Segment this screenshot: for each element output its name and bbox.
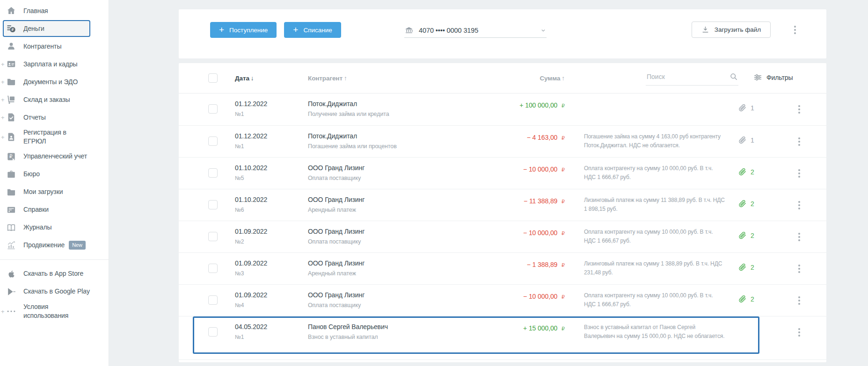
row-kebab-icon[interactable] <box>795 231 803 243</box>
row-operation: Оплата поставщику <box>308 238 365 245</box>
table-row[interactable]: 01.12.2022 №1 Поток.Диджитал Получение з… <box>179 93 826 125</box>
paperclip-icon <box>738 200 746 208</box>
plus-icon: + <box>219 25 224 34</box>
sidebar-item-label: Регистрация в ЕГРЮЛ <box>23 128 66 146</box>
sidebar-item-salary[interactable]: + Зарплата и кадры <box>0 55 109 73</box>
folder-icon <box>6 77 16 87</box>
row-attachments[interactable]: 2 <box>738 231 754 239</box>
search-icon[interactable] <box>729 72 738 81</box>
row-amount: − 10 000,00 <box>523 293 557 300</box>
sidebar-item-documents[interactable]: + Документы и ЭДО <box>0 73 109 91</box>
download-icon <box>701 26 709 34</box>
upload-file-label: Загрузить файл <box>715 26 761 33</box>
row-number: №4 <box>235 302 267 309</box>
paperclip-icon <box>738 231 746 239</box>
income-button-label: Поступление <box>229 27 268 34</box>
writeoff-button[interactable]: + Списание <box>284 22 341 38</box>
row-description: Оплата контрагенту на сумму 10 000,00 ру… <box>584 228 725 245</box>
select-all-checkbox[interactable] <box>208 73 218 83</box>
sidebar-item-certificates[interactable]: Справки <box>0 201 109 219</box>
row-amount: − 1 388,89 <box>527 261 558 268</box>
table-row[interactable]: 01.10.2022 №5 ООО Гранд Лизинг Оплата по… <box>179 157 826 189</box>
row-checkbox[interactable] <box>208 232 218 241</box>
row-checkbox[interactable] <box>208 264 218 273</box>
column-header-amount[interactable]: Сумма↑ <box>540 75 565 82</box>
row-attachments[interactable]: 2 <box>738 200 754 208</box>
sidebar-item-label: Бюро <box>23 170 40 179</box>
apple-icon <box>6 269 16 279</box>
sidebar-item-app-store[interactable]: Скачать в App Store <box>0 265 109 283</box>
expand-plus-icon: + <box>1 61 5 68</box>
row-description: Лизинговый платеж на сумму 11 388,89 руб… <box>584 196 725 213</box>
sort-asc-icon: ↑ <box>344 75 347 82</box>
sidebar-item-egrul[interactable]: + Регистрация в ЕГРЮЛ <box>0 126 109 148</box>
row-attachments[interactable]: 1 <box>738 104 754 112</box>
toolbar-kebab-icon[interactable] <box>791 24 799 36</box>
sidebar-item-management[interactable]: ₽ Управленческий учет <box>0 148 109 165</box>
row-kebab-icon[interactable] <box>795 168 803 179</box>
income-button[interactable]: + Поступление <box>210 22 277 38</box>
row-kebab-icon[interactable] <box>795 200 803 211</box>
row-number: №1 <box>235 143 267 150</box>
sidebar: Главная ₽ Деньги Контрагенты + Зарплата … <box>0 0 109 366</box>
upload-file-button[interactable]: Загрузить файл <box>692 22 771 38</box>
sidebar-item-label: Контрагенты <box>23 42 61 51</box>
column-header-date[interactable]: Дата↓ <box>235 75 254 82</box>
row-kebab-icon[interactable] <box>795 263 803 274</box>
expand-plus-icon: + <box>1 114 5 121</box>
paperclip-icon <box>738 263 746 271</box>
sidebar-item-journals[interactable]: Журналы <box>0 219 109 237</box>
sidebar-item-money[interactable]: ₽ Деньги <box>0 20 109 37</box>
account-select[interactable]: 4070 •••• 0000 3195 <box>404 23 547 38</box>
row-counterparty: ООО Гранд Лизинг <box>308 164 365 172</box>
sidebar-item-reports[interactable]: + Отчеты <box>0 108 109 126</box>
attachment-count: 2 <box>751 264 754 271</box>
sidebar-item-warehouse[interactable]: + Склад и заказы <box>0 91 109 108</box>
row-number: №5 <box>235 175 267 181</box>
column-header-counterparty[interactable]: Контрагент↑ <box>308 75 347 82</box>
sidebar-item-contractors[interactable]: Контрагенты <box>0 37 109 55</box>
writeoff-button-label: Списание <box>303 27 332 34</box>
sidebar-item-bureau[interactable]: Бюро <box>0 165 109 183</box>
sidebar-item-home[interactable]: Главная <box>0 2 109 20</box>
row-attachments[interactable]: 1 <box>738 136 754 144</box>
table-row[interactable]: 01.09.2022 №3 ООО Гранд Лизинг Арендный … <box>179 252 826 284</box>
filters-button[interactable]: Фильтры <box>753 73 793 82</box>
row-amount: + 15 000,00 <box>523 324 557 332</box>
row-attachments[interactable]: 2 <box>738 295 754 303</box>
row-amount: − 4 163,00 <box>527 134 558 141</box>
row-counterparty: ООО Гранд Лизинг <box>308 291 365 299</box>
expand-plus-icon: + <box>1 96 5 103</box>
row-kebab-icon[interactable] <box>795 136 803 147</box>
row-attachments[interactable]: 2 <box>738 168 754 176</box>
search-input[interactable] <box>646 71 738 85</box>
table-row[interactable]: 04.05.2022 №1 Панов Сергей Валерьевич Вз… <box>179 316 826 353</box>
row-checkbox[interactable] <box>208 295 218 305</box>
attachment-count: 1 <box>751 104 754 112</box>
row-checkbox[interactable] <box>208 104 218 114</box>
book-icon <box>6 222 16 233</box>
row-checkbox[interactable] <box>208 168 218 178</box>
sidebar-item-terms[interactable]: + Условия использования <box>0 301 109 322</box>
row-checkbox[interactable] <box>208 200 218 209</box>
sidebar-item-label: Отчеты <box>23 113 46 122</box>
sidebar-item-promotion[interactable]: Продвижение New <box>0 237 109 254</box>
table-row[interactable]: 01.10.2022 №6 ООО Гранд Лизинг Арендный … <box>179 189 826 221</box>
sidebar-item-label: Справки <box>23 205 49 214</box>
row-checkbox[interactable] <box>208 327 218 337</box>
sidebar-item-label: Скачать в Google Play <box>23 287 90 296</box>
sidebar-item-downloads[interactable]: Мои загрузки <box>0 183 109 201</box>
table-row[interactable]: 01.12.2022 №1 Поток.Диджитал Погашение з… <box>179 125 826 157</box>
table-footer <box>179 353 826 362</box>
row-kebab-icon[interactable] <box>795 104 803 115</box>
table-row[interactable]: 01.09.2022 №2 ООО Гранд Лизинг Оплата по… <box>179 221 826 252</box>
row-kebab-icon[interactable] <box>795 295 803 306</box>
row-kebab-icon[interactable] <box>795 327 803 338</box>
table-row[interactable]: 01.09.2022 №4 ООО Гранд Лизинг Оплата по… <box>179 284 826 316</box>
briefcase-icon <box>6 169 16 179</box>
row-attachments[interactable]: 2 <box>738 263 754 271</box>
row-checkbox[interactable] <box>208 136 218 146</box>
plus-icon: + <box>293 25 298 34</box>
row-number: №3 <box>235 270 267 277</box>
sidebar-item-google-play[interactable]: Скачать в Google Play <box>0 283 109 301</box>
